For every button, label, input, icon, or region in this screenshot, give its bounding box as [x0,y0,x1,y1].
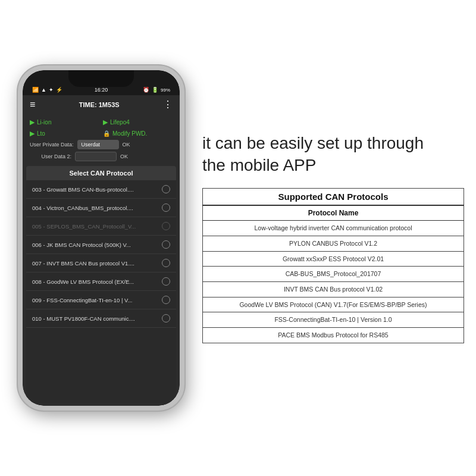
can-protocol-006-radio[interactable] [162,240,170,249]
can-protocol-005-radio [162,222,170,230]
arrow-icon-lto: ▶ [30,130,35,137]
can-protocol-item-004[interactable]: 004 - Victron_CANbus_BMS_protocol.... [26,199,176,217]
battery-option-lto[interactable]: ▶ Lto [30,130,99,137]
phone-screen: 📶 ▲ ✦ ⚡ 16:20 ⏰ 🔋 99% ≡ TIME: 1M53S [23,70,180,406]
li-ion-label: Li-ion [37,119,51,126]
can-protocol-010-radio[interactable] [162,314,170,322]
ud-ok-btn-2[interactable]: OK [120,154,128,159]
signal-icon: 📶 [32,87,39,93]
battery-options: ▶ Li-ion ▶ Lifepo4 ▶ Lto 🔒 [23,114,180,140]
can-protocol-003-label: 003 - Growatt BMS CAN-Bus-protocol.... [32,186,134,193]
alarm-icon: ⏰ [143,87,149,93]
ud-ok-btn-1[interactable]: OK [123,142,130,148]
battery-pct: 99% [161,87,170,93]
protocol-name-cell: INVT BMS CAN Bus protocol V1.02 [203,281,464,297]
bt-icon: ✦ [49,87,54,93]
protocols-table: Supported CAN Protocols Protocol Name Lo… [202,188,464,343]
protocol-name-cell: PYLON CANBUS Protocol V1.2 [203,236,464,251]
ud-label-1: User Private Data: [30,142,74,148]
more-options-icon[interactable]: ⋮ [163,99,173,110]
can-protocol-009-label: 009 - FSS-ConnectingBat-TI-en-10 | V... [32,297,132,303]
app-content: ▶ Li-ion ▶ Lifepo4 ▶ Lto 🔒 [23,114,180,406]
tagline: it can be easily set up throughthe mobil… [202,133,464,176]
can-protocol-item-008[interactable]: 008 - GoodWe LV BMS Protocol (EX/E... [26,273,176,291]
right-panel: it can be easily set up throughthe mobil… [202,127,464,349]
lifepo4-label: Lifepo4 [110,119,130,126]
can-protocol-009-radio[interactable] [162,296,170,304]
can-protocol-007-radio[interactable] [162,259,170,267]
table-row: Growatt xxSxxP ESS Protocol V2.01 [203,251,464,267]
app-header: ≡ TIME: 1M53S ⋮ [23,95,180,114]
can-protocol-007-label: 007 - INVT BMS CAN Bus protocol V1.... [32,260,134,267]
can-protocol-006-label: 006 - JK BMS CAN Protocol (500K) V... [32,242,131,248]
user-data-row-1: User Private Data: OK [30,140,173,149]
user-data-section: User Private Data: OK User Data 2: OK [23,140,180,164]
protocol-name-cell: PACE BMS Modbus Protocol for RS485 [203,327,464,343]
battery-option-modify-pwd[interactable]: 🔒 Modify PWD. [103,130,173,137]
table-row: FSS-ConnectingBat-TI-en-10 | Version 1.0 [203,312,464,328]
protocol-name-cell: Growatt xxSxxP ESS Protocol V2.01 [203,251,464,267]
table-row: INVT BMS CAN Bus protocol V1.02 [203,281,464,297]
phone: 📶 ▲ ✦ ⚡ 16:20 ⏰ 🔋 99% ≡ TIME: 1M53S [18,65,184,411]
phone-wrapper: 📶 ▲ ✦ ⚡ 16:20 ⏰ 🔋 99% ≡ TIME: 1M53S [12,65,190,411]
can-dropdown-header: Select CAN Protocol [26,166,176,180]
can-dropdown: Select CAN Protocol 003 - Growatt BMS CA… [26,166,176,403]
can-protocol-005-label: 005 - SEPLOS_BMS_CAN_Protocoll_V... [32,223,136,230]
battery-option-li-ion[interactable]: ▶ Li-ion [30,118,99,126]
table-row: PACE BMS Modbus Protocol for RS485 [203,327,464,343]
user-data-2-input[interactable] [75,152,117,161]
can-protocol-item-009[interactable]: 009 - FSS-ConnectingBat-TI-en-10 | V... [26,291,176,309]
can-protocol-item-010[interactable]: 010 - MUST PV1800F-CAN communic.... [26,309,176,328]
battery-icon: 🔋 [152,87,158,93]
protocol-name-cell: FSS-ConnectingBat-TI-en-10 | Version 1.0 [203,312,464,328]
can-protocol-list: 003 - Growatt BMS CAN-Bus-protocol.... 0… [26,180,176,403]
table-row: GoodWe LV BMS Protocol (CAN) V1.7(For ES… [203,297,464,312]
can-protocol-item-006[interactable]: 006 - JK BMS CAN Protocol (500K) V... [26,236,176,254]
battery-option-lifepo4[interactable]: ▶ Lifepo4 [103,118,173,126]
can-protocol-004-label: 004 - Victron_CANbus_BMS_protocol.... [32,205,133,211]
can-protocol-010-label: 010 - MUST PV1800F-CAN communic.... [32,315,135,322]
user-private-data-input[interactable] [77,140,119,149]
can-protocol-item-007[interactable]: 007 - INVT BMS CAN Bus protocol V1.... [26,254,176,273]
ud-label-2: User Data 2: [30,154,71,159]
table-row: Low-voltage hybrid inverter CAN communic… [203,221,464,236]
protocol-name-cell: CAB-BUS_BMS_Protocol_201707 [203,267,464,282]
can-protocol-003-radio[interactable] [162,185,170,193]
user-data-row-2: User Data 2: OK [30,152,173,161]
phone-notch [68,70,134,87]
wifi-icon: ▲ [41,87,46,93]
can-protocol-004-radio[interactable] [162,203,170,212]
page-container: 📶 ▲ ✦ ⚡ 16:20 ⏰ 🔋 99% ≡ TIME: 1M53S [0,0,476,476]
arrow-icon-lifepo4: ▶ [103,118,108,126]
hamburger-icon[interactable]: ≡ [30,99,35,110]
can-protocol-item-005: 005 - SEPLOS_BMS_CAN_Protocoll_V... [26,217,176,236]
can-protocol-008-label: 008 - GoodWe LV BMS Protocol (EX/E... [32,278,134,285]
can-protocol-item-003[interactable]: 003 - Growatt BMS CAN-Bus-protocol.... [26,180,176,199]
lock-icon: 🔒 [103,130,110,137]
arrow-icon-li-ion: ▶ [30,118,35,126]
protocol-name-cell: GoodWe LV BMS Protocol (CAN) V1.7(For ES… [203,297,464,312]
charge-icon: ⚡ [56,87,62,93]
status-left: 📶 ▲ ✦ ⚡ [32,87,62,93]
protocol-name-cell: Low-voltage hybrid inverter CAN communic… [203,221,464,236]
can-protocol-008-radio[interactable] [162,277,170,286]
modify-pwd-label: Modify PWD. [112,130,147,137]
status-time: 16:20 [95,87,108,93]
table-title: Supported CAN Protocols [203,189,464,206]
header-title: TIME: 1M53S [79,101,120,108]
table-row: PYLON CANBUS Protocol V1.2 [203,236,464,251]
col-header: Protocol Name [203,205,464,221]
table-row: CAB-BUS_BMS_Protocol_201707 [203,267,464,282]
status-right: ⏰ 🔋 99% [143,87,170,93]
lto-label: Lto [37,130,45,137]
